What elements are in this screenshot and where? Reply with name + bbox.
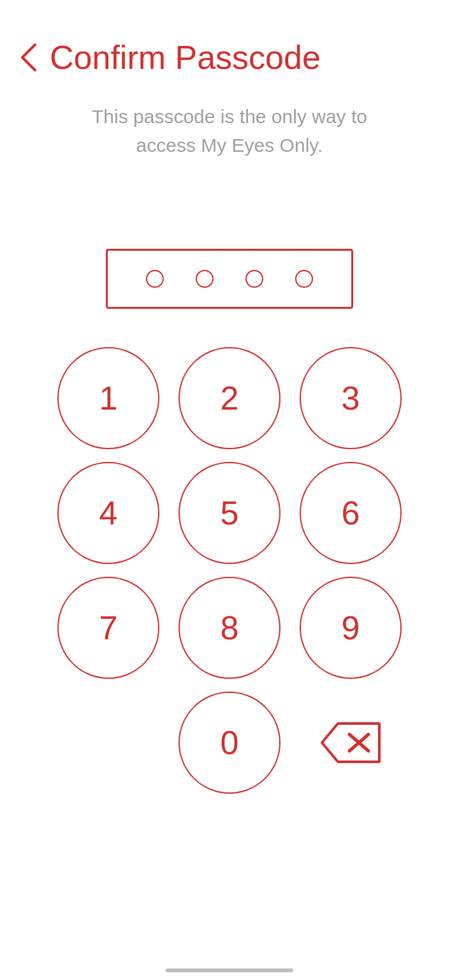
key-0-button[interactable]: 0 (178, 692, 280, 794)
key-1-button[interactable]: 1 (57, 347, 159, 449)
key-3-button[interactable]: 3 (300, 347, 402, 449)
passcode-dot-1 (146, 270, 164, 288)
key-6-button[interactable]: 6 (300, 462, 402, 564)
keypad-row-3: 7 8 9 (57, 577, 402, 679)
delete-icon (319, 720, 382, 765)
subtitle-text: This passcode is the only way to access … (32, 89, 427, 172)
bottom-home-indicator (166, 969, 293, 972)
keypad-row-2: 4 5 6 (57, 462, 402, 564)
key-9-button[interactable]: 9 (300, 577, 402, 679)
passcode-dot-2 (196, 270, 214, 288)
back-button[interactable] (19, 41, 38, 73)
key-2-button[interactable]: 2 (178, 347, 280, 449)
keypad: 1 2 3 4 5 6 7 8 9 0 (0, 347, 459, 794)
keypad-row-1: 1 2 3 (57, 347, 402, 449)
key-4-button[interactable]: 4 (57, 462, 159, 564)
key-5-button[interactable]: 5 (178, 462, 280, 564)
key-8-button[interactable]: 8 (178, 577, 280, 679)
keypad-row-4: 0 (57, 692, 402, 794)
passcode-display (106, 249, 353, 309)
header: Confirm Passcode (0, 0, 459, 89)
key-7-button[interactable]: 7 (57, 577, 159, 679)
delete-button[interactable] (300, 692, 402, 794)
passcode-dot-3 (245, 270, 263, 288)
passcode-dot-4 (295, 270, 313, 288)
page-title: Confirm Passcode (50, 38, 321, 77)
